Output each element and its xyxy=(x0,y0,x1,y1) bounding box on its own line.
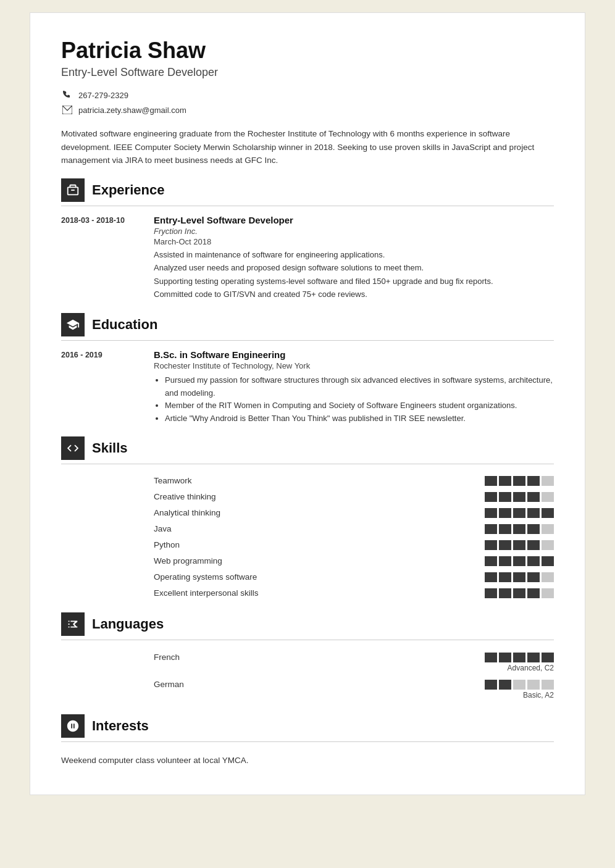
candidate-name: Patricia Shaw xyxy=(61,38,554,64)
education-section: Education 2016 - 2019 B.Sc. in Software … xyxy=(61,313,554,425)
skill-row-5: Web programming xyxy=(154,553,554,569)
skill-bar-3-3 xyxy=(527,524,540,534)
skill-row-4: Python xyxy=(154,537,554,553)
languages-section: Languages FrenchAdvanced, C2GermanBasic,… xyxy=(61,612,554,703)
skill-bar-7-2 xyxy=(513,588,525,598)
skill-name-3: Java xyxy=(154,524,172,533)
experience-header: Experience xyxy=(61,178,554,202)
skill-bars-4 xyxy=(485,540,554,550)
skill-bar-6-4 xyxy=(542,572,554,582)
lang-bar-0-3 xyxy=(527,653,540,662)
education-entry: 2016 - 2019 B.Sc. in Software Engineerin… xyxy=(61,349,554,425)
interests-title: Interests xyxy=(92,718,149,734)
skill-bar-7-1 xyxy=(499,588,511,598)
education-title: Education xyxy=(92,317,157,333)
email-text: patricia.zety.shaw@gmail.com xyxy=(78,106,186,115)
skill-bar-3-0 xyxy=(485,524,497,534)
skill-bars-1 xyxy=(485,492,554,502)
education-icon xyxy=(61,313,85,336)
phone-icon xyxy=(61,89,73,101)
job-bullet-1: Assisted in maintenance of software for … xyxy=(154,249,554,261)
lang-bars-0 xyxy=(485,653,554,662)
skill-name-2: Analytical thinking xyxy=(154,508,220,517)
skill-bar-7-4 xyxy=(542,588,554,598)
languages-title: Languages xyxy=(92,616,164,632)
interests-icon xyxy=(61,714,85,738)
interests-header: Interests xyxy=(61,714,554,738)
education-divider xyxy=(61,340,554,341)
skill-bar-4-4 xyxy=(542,540,554,550)
lang-row-1: GermanBasic, A2 xyxy=(154,676,554,703)
skill-bar-4-0 xyxy=(485,540,497,550)
skill-bars-7 xyxy=(485,588,554,598)
skill-bar-2-1 xyxy=(499,508,511,518)
phone-text: 267-279-2329 xyxy=(78,91,128,100)
skill-bar-2-0 xyxy=(485,508,497,518)
degree-name: B.Sc. in Software Engineering xyxy=(154,349,554,360)
lang-level-0: Advanced, C2 xyxy=(508,664,554,672)
education-bullets: Pursued my passion for software structur… xyxy=(154,374,554,425)
skill-bar-3-1 xyxy=(499,524,511,534)
header: Patricia Shaw Entry-Level Software Devel… xyxy=(61,38,554,116)
languages-icon xyxy=(61,612,85,636)
email-line: patricia.zety.shaw@gmail.com xyxy=(61,104,554,116)
svg-rect-1 xyxy=(71,190,75,191)
resume-container: Patricia Shaw Entry-Level Software Devel… xyxy=(30,12,585,795)
skill-row-6: Operating systems software xyxy=(154,569,554,585)
skill-bar-2-2 xyxy=(513,508,525,518)
candidate-title: Entry-Level Software Developer xyxy=(61,66,554,79)
skills-header: Skills xyxy=(61,436,554,460)
job-title: Entry-Level Software Developer xyxy=(154,215,554,225)
interests-divider xyxy=(61,741,554,742)
education-content: B.Sc. in Software Engineering Rochester … xyxy=(154,349,554,425)
skill-bar-6-1 xyxy=(499,572,511,582)
skill-bar-0-1 xyxy=(499,476,511,486)
education-date: 2016 - 2019 xyxy=(61,349,141,425)
skill-name-7: Excellent interpersonal skills xyxy=(154,588,259,598)
skill-bar-6-3 xyxy=(527,572,540,582)
experience-content: Entry-Level Software Developer Fryction … xyxy=(154,215,554,302)
skill-bars-0 xyxy=(485,476,554,486)
interests-section: Interests Weekend computer class volunte… xyxy=(61,714,554,770)
lang-bars-1 xyxy=(485,680,554,690)
skill-bar-4-1 xyxy=(499,540,511,550)
lang-right-1: Basic, A2 xyxy=(485,680,554,699)
skill-bar-1-3 xyxy=(527,492,540,502)
experience-section: Experience 2018-03 - 2018-10 Entry-Level… xyxy=(61,178,554,302)
job-period: March-Oct 2018 xyxy=(154,237,554,246)
skill-bar-4-3 xyxy=(527,540,540,550)
phone-line: 267-279-2329 xyxy=(61,89,554,101)
lang-bar-0-2 xyxy=(513,653,525,662)
edu-bullet-2: Member of the RIT Women in Computing and… xyxy=(165,399,554,412)
lang-bar-1-1 xyxy=(499,680,511,690)
skill-bar-1-2 xyxy=(513,492,525,502)
skill-bar-5-1 xyxy=(499,556,511,566)
lang-row-0: FrenchAdvanced, C2 xyxy=(154,649,554,676)
lang-name-0: French xyxy=(154,653,180,662)
job-bullet-3: Supporting testing operating systems-lev… xyxy=(154,275,554,288)
experience-icon xyxy=(61,178,85,202)
languages-header: Languages xyxy=(61,612,554,636)
skill-bar-0-2 xyxy=(513,476,525,486)
skill-bar-3-4 xyxy=(542,524,554,534)
skill-name-4: Python xyxy=(154,540,180,549)
skills-divider xyxy=(61,464,554,464)
lang-name-1: German xyxy=(154,680,184,689)
skill-bar-1-1 xyxy=(499,492,511,502)
skill-row-0: Teamwork xyxy=(154,473,554,489)
skill-bar-4-2 xyxy=(513,540,525,550)
lang-bar-1-2 xyxy=(513,680,525,690)
skills-icon xyxy=(61,436,85,460)
languages-divider xyxy=(61,640,554,640)
skill-bars-2 xyxy=(485,508,554,518)
lang-bar-0-0 xyxy=(485,653,497,662)
lang-bar-0-4 xyxy=(542,653,554,662)
edu-bullet-3: Article "Why Android is Better Than You … xyxy=(165,412,554,425)
languages-list: FrenchAdvanced, C2GermanBasic, A2 xyxy=(154,649,554,703)
lang-bar-1-4 xyxy=(542,680,554,690)
lang-right-0: Advanced, C2 xyxy=(485,653,554,672)
skill-name-1: Creative thinking xyxy=(154,492,216,501)
skill-bar-5-0 xyxy=(485,556,497,566)
experience-entry: 2018-03 - 2018-10 Entry-Level Software D… xyxy=(61,215,554,302)
experience-divider xyxy=(61,206,554,206)
